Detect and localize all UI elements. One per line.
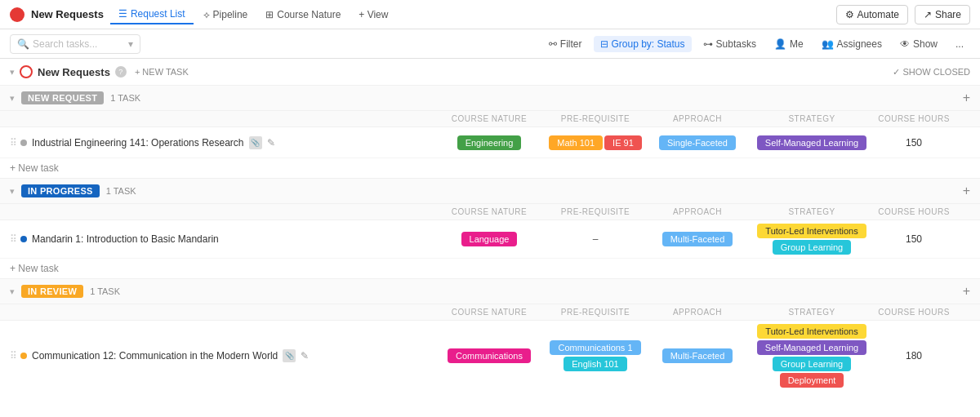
assignees-button[interactable]: 👥 Assignees — [815, 36, 889, 52]
tab-pipeline[interactable]: ⟡ Pipeline — [195, 6, 256, 24]
status-add-in-review[interactable]: + — [963, 284, 970, 299]
status-header-in-progress: ▾ IN PROGRESS 1 TASK + — [0, 179, 980, 204]
strategy-tag: Deployment — [780, 373, 844, 388]
chevron-down-icon: ▾ — [128, 38, 133, 50]
col-approach-label: APPROACH — [648, 308, 746, 317]
task-name[interactable]: Industrial Engineering 141: Operations R… — [32, 136, 436, 149]
approach-tag: Single-Faceted — [659, 135, 736, 150]
status-toggle-in-review[interactable]: ▾ — [10, 286, 15, 297]
status-add-new-request[interactable]: + — [963, 91, 970, 105]
filter-button[interactable]: ⚯ Filter — [542, 36, 589, 52]
col-prereq-label: PRE-REQUISITE — [542, 114, 648, 123]
strategy-tag: Tutor-Led Interventions — [757, 224, 866, 238]
col-nature-label: COURSE NATURE — [436, 207, 542, 216]
strategy-tag: Group Learning — [773, 240, 851, 255]
task-strategy: Self-Managed Learning — [746, 135, 877, 150]
status-count-new-request: 1 TASK — [110, 93, 140, 103]
share-button[interactable]: ↗ Share — [915, 5, 970, 24]
subtasks-icon: ⊶ — [703, 38, 713, 50]
search-box[interactable]: 🔍 Search tasks... ▾ — [10, 34, 140, 54]
drag-handle: ⠿ — [10, 350, 17, 362]
help-icon: ? — [115, 66, 127, 78]
group-by-icon: ⊟ — [600, 38, 608, 50]
groups-container: ▾ NEW REQUEST 1 TASK + COURSE NATURE PRE… — [0, 86, 980, 388]
strategy-tag: Tutor-Led Interventions — [757, 324, 866, 339]
status-toggle-new-request[interactable]: ▾ — [10, 93, 15, 104]
col-headers-in-progress: COURSE NATURE PRE-REQUISITE APPROACH STR… — [0, 204, 980, 220]
table-row[interactable]: ⠿ Communication 12: Communication in the… — [0, 321, 980, 388]
col-strategy-label: STRATEGY — [746, 207, 877, 216]
col-hours-label: COURSE HOURS — [877, 308, 951, 317]
task-hours: 150 — [877, 233, 951, 245]
task-hours: 180 — [877, 350, 951, 362]
status-badge-new-request: NEW REQUEST — [21, 91, 104, 104]
more-button[interactable]: ... — [949, 36, 970, 52]
prereq-tag: Math 101 — [549, 135, 603, 150]
task-status-dot — [20, 353, 27, 359]
col-strategy-label: STRATEGY — [746, 114, 877, 123]
col-headers-new-request: COURSE NATURE PRE-REQUISITE APPROACH STR… — [0, 111, 980, 127]
col-approach-label: APPROACH — [648, 114, 746, 123]
link-icon: ✎ — [301, 350, 309, 362]
course-nature-tag: Language — [461, 232, 518, 246]
check-icon: ✓ — [893, 67, 900, 78]
status-badge-in-progress: IN PROGRESS — [21, 184, 100, 197]
table-row[interactable]: ⠿ Industrial Engineering 141: Operations… — [0, 127, 980, 158]
group-by-button[interactable]: ⊟ Group by: Status — [594, 36, 692, 52]
tab-course-nature[interactable]: ⊞ Course Nature — [257, 6, 349, 24]
task-name[interactable]: Communication 12: Communication in the M… — [32, 349, 436, 362]
prereq-tag: English 101 — [564, 357, 627, 371]
task-course-nature: Engineering — [436, 135, 542, 150]
drag-handle: ⠿ — [10, 137, 17, 149]
col-nature-label: COURSE NATURE — [436, 308, 542, 317]
show-closed-button[interactable]: ✓ SHOW CLOSED — [893, 67, 970, 78]
status-header-new-request: ▾ NEW REQUEST 1 TASK + — [0, 86, 980, 111]
tab-list: ☰ Request List ⟡ Pipeline ⊞ Course Natur… — [110, 5, 397, 24]
app-title: New Requests — [31, 8, 104, 20]
task-strategy: Tutor-Led InterventionsGroup Learning — [746, 224, 877, 255]
course-nature-tag: Engineering — [457, 135, 522, 150]
prereq-tag: Communications 1 — [550, 340, 640, 355]
status-count-in-progress: 1 TASK — [106, 186, 136, 196]
top-bar-right: ⚙ Automate ↗ Share — [836, 5, 970, 24]
collapse-icon[interactable]: ▾ — [10, 67, 15, 78]
main-content: ▾ New Requests ? + NEW TASK ✓ SHOW CLOSE… — [0, 59, 980, 388]
automate-icon: ⚙ — [845, 9, 854, 20]
status-badge-in-review: IN REVIEW — [21, 285, 83, 298]
assignees-icon: 👥 — [822, 38, 834, 50]
attachment-icon: 📎 — [283, 349, 296, 362]
top-bar: New Requests ☰ Request List ⟡ Pipeline ⊞… — [0, 0, 980, 29]
show-icon: 👁 — [900, 38, 910, 50]
prereq-tag: IE 91 — [604, 135, 642, 150]
show-button[interactable]: 👁 Show — [893, 36, 944, 52]
task-hours: 150 — [877, 137, 951, 149]
strategy-tag: Group Learning — [773, 357, 851, 371]
status-add-in-progress[interactable]: + — [963, 184, 970, 198]
tab-request-list[interactable]: ☰ Request List — [110, 5, 194, 24]
me-button[interactable]: 👤 Me — [768, 36, 810, 52]
toolbar: 🔍 Search tasks... ▾ ⚯ Filter ⊟ Group by:… — [0, 29, 980, 59]
task-status-dot — [20, 140, 27, 146]
col-headers-in-review: COURSE NATURE PRE-REQUISITE APPROACH STR… — [0, 304, 980, 321]
automate-button[interactable]: ⚙ Automate — [836, 5, 908, 24]
project-status-dot — [20, 65, 33, 78]
table-row[interactable]: ⠿ Mandarin 1: Introduction to Basic Mand… — [0, 220, 980, 259]
task-name[interactable]: Mandarin 1: Introduction to Basic Mandar… — [32, 233, 436, 245]
col-strategy-label: STRATEGY — [746, 308, 877, 317]
tab-add-view[interactable]: + View — [350, 6, 396, 24]
tab-request-list-icon: ☰ — [118, 8, 127, 20]
status-toggle-in-progress[interactable]: ▾ — [10, 186, 15, 197]
add-task-row[interactable]: + New task — [0, 158, 980, 179]
col-hours-label: COURSE HOURS — [877, 114, 951, 123]
task-status-dot — [20, 236, 27, 242]
add-task-row[interactable]: + New task — [0, 259, 980, 279]
col-prereq-label: PRE-REQUISITE — [542, 308, 648, 317]
new-task-link[interactable]: + NEW TASK — [135, 67, 189, 77]
share-icon: ↗ — [924, 9, 932, 20]
project-header: ▾ New Requests ? + NEW TASK ✓ SHOW CLOSE… — [0, 59, 980, 86]
task-approach: Single-Faceted — [648, 135, 746, 150]
task-prereq: Math 101IE 91 — [542, 135, 648, 150]
subtasks-button[interactable]: ⊶ Subtasks — [697, 36, 763, 52]
col-approach-label: APPROACH — [648, 207, 746, 216]
search-icon: 🔍 — [17, 38, 29, 50]
